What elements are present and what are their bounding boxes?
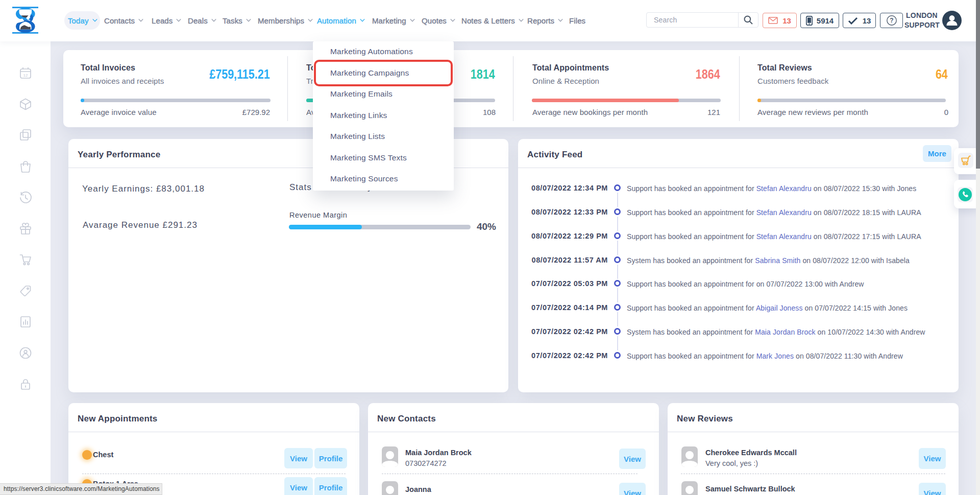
svg-text:12: 12: [23, 73, 28, 78]
svg-text:?: ?: [890, 17, 893, 24]
